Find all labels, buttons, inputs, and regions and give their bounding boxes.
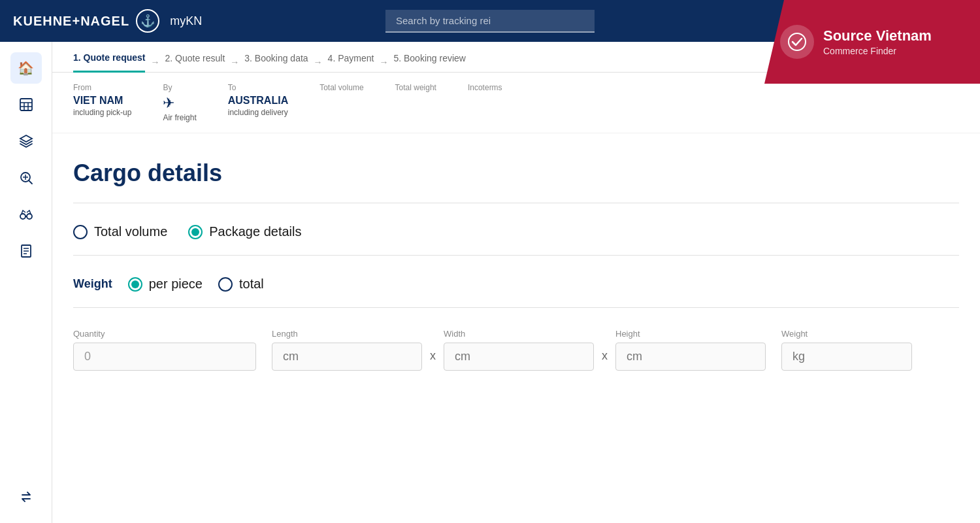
source-vietnam-banner: Source Vietnam Commerce Finder	[764, 0, 980, 84]
by-label: By	[163, 83, 196, 92]
total-volume-radio[interactable]	[73, 225, 88, 239]
sidebar-item-calculator[interactable]	[10, 89, 42, 120]
divider-3	[73, 307, 959, 308]
sidebar: 🏠	[0, 42, 52, 523]
svg-point-10	[20, 214, 25, 219]
x-separator-2: x	[594, 349, 615, 371]
weight-input[interactable]	[781, 343, 912, 371]
sidebar-item-transfer[interactable]	[10, 481, 42, 513]
from-sub: including pick-up	[73, 108, 131, 117]
to-field: To AUSTRALIA including delivery	[228, 83, 288, 117]
top-navigation: KUEHNE+NAGEL ⚓ myKN Source Vietnam Comme…	[0, 0, 980, 42]
banner-title: Source Vietnam	[823, 27, 932, 44]
weight-field-label: Weight	[781, 329, 912, 339]
divider-2	[73, 255, 959, 256]
svg-rect-1	[20, 99, 32, 110]
from-value: VIET NAM	[73, 95, 131, 107]
main-layout: 🏠	[0, 42, 980, 523]
banner-check-icon	[780, 25, 814, 59]
from-label: From	[73, 83, 131, 92]
to-value: AUSTRALIA	[228, 95, 288, 107]
weight-label: Weight	[73, 277, 112, 291]
banner-text: Source Vietnam Commerce Finder	[823, 27, 932, 56]
length-label: Length	[272, 329, 422, 339]
total-volume-field: Total volume	[319, 83, 363, 95]
to-sub: including delivery	[228, 108, 288, 117]
package-details-option[interactable]: Package details	[188, 224, 301, 239]
x-separator-1: x	[422, 349, 444, 371]
svg-line-7	[29, 180, 32, 184]
svg-point-11	[27, 214, 32, 219]
mykn-label: myKN	[170, 14, 202, 28]
step-arrow-3: →	[314, 57, 323, 67]
length-input[interactable]	[272, 343, 422, 371]
total-weight-option[interactable]: total	[218, 277, 264, 292]
weight-radio-group: Weight per piece total	[73, 277, 959, 292]
cargo-title: Cargo details	[73, 160, 959, 187]
step-arrow-1: →	[150, 57, 159, 67]
height-label: Height	[615, 329, 766, 339]
per-piece-option[interactable]: per piece	[128, 277, 203, 292]
height-input[interactable]	[615, 343, 766, 371]
total-volume-label: Total volume	[319, 83, 363, 92]
sidebar-item-home[interactable]: 🏠	[10, 52, 42, 84]
sidebar-item-layers[interactable]	[10, 126, 42, 157]
total-weight-label: Total weight	[395, 83, 436, 92]
incoterms-label: Incoterms	[468, 83, 502, 92]
step-1[interactable]: 1. Quote request	[73, 52, 145, 73]
total-volume-label: Total volume	[94, 224, 167, 239]
to-label: To	[228, 83, 288, 92]
per-piece-label: per piece	[149, 277, 203, 292]
width-input[interactable]	[444, 343, 594, 371]
cargo-divider	[73, 203, 959, 203]
plane-icon: ✈	[163, 95, 196, 112]
step-arrow-4: →	[379, 57, 388, 67]
dimensions-row: Quantity Length x Width x Height	[73, 329, 959, 371]
incoterms-field: Incoterms	[468, 83, 502, 95]
total-volume-option[interactable]: Total volume	[73, 224, 167, 239]
sidebar-item-binoculars[interactable]	[10, 199, 42, 230]
anchor-icon: ⚓	[136, 9, 159, 33]
brand-name: KUEHNE+NAGEL	[13, 14, 129, 29]
quantity-field: Quantity	[73, 329, 256, 371]
search-input[interactable]	[385, 10, 595, 33]
search-bar	[385, 10, 595, 33]
by-field: By ✈ Air freight	[163, 83, 196, 122]
step-4[interactable]: 4. Payment	[328, 53, 374, 71]
length-field: Length	[272, 329, 422, 371]
by-value: Air freight	[163, 113, 196, 122]
banner-subtitle: Commerce Finder	[823, 46, 932, 56]
total-weight-radio[interactable]	[218, 277, 233, 292]
quantity-input[interactable]	[73, 343, 256, 371]
total-weight-label: total	[239, 277, 264, 292]
total-weight-field: Total weight	[395, 83, 436, 95]
per-piece-radio[interactable]	[128, 277, 142, 292]
height-field: Height	[615, 329, 766, 371]
cargo-section: Cargo details Total volume Package detai…	[52, 133, 980, 384]
sidebar-item-document[interactable]	[10, 235, 42, 267]
step-3[interactable]: 3. Booking data	[244, 53, 308, 71]
volume-package-radio-group: Total volume Package details	[73, 224, 959, 239]
quantity-label: Quantity	[73, 329, 256, 339]
step-arrow-2: →	[230, 57, 239, 67]
brand-logo: KUEHNE+NAGEL ⚓ myKN	[13, 9, 202, 33]
svg-point-0	[789, 33, 806, 50]
package-details-radio[interactable]	[188, 225, 203, 239]
package-details-label: Package details	[209, 224, 301, 239]
width-label: Width	[444, 329, 594, 339]
from-field: From VIET NAM including pick-up	[73, 83, 131, 117]
weight-input-field: Weight	[781, 329, 912, 371]
step-5[interactable]: 5. Booking review	[393, 53, 466, 71]
sidebar-item-search[interactable]	[10, 162, 42, 194]
main-content: 1. Quote request → 2. Quote result → 3. …	[52, 42, 980, 523]
width-field: Width	[444, 329, 594, 371]
step-2[interactable]: 2. Quote result	[165, 53, 225, 71]
